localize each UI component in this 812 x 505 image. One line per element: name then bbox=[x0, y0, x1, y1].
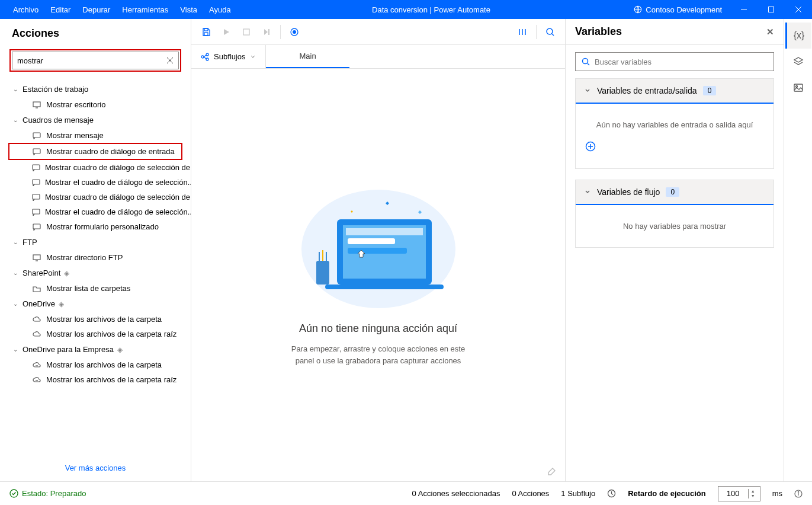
save-button[interactable] bbox=[196, 22, 216, 42]
tab-main[interactable]: Main bbox=[266, 45, 349, 68]
svg-rect-15 bbox=[33, 224, 40, 229]
action-item[interactable]: Mostrar el cuadro de diálogo de selecció… bbox=[0, 175, 191, 190]
action-item[interactable]: Mostrar los archivos de la carpeta bbox=[0, 357, 191, 372]
svg-rect-16 bbox=[33, 255, 40, 260]
action-item[interactable]: Mostrar directorio FTP bbox=[0, 250, 191, 265]
rail-images[interactable] bbox=[785, 75, 811, 101]
action-item[interactable]: Mostrar formulario personalizado bbox=[0, 219, 191, 234]
svg-rect-42 bbox=[325, 285, 444, 289]
variable-section-header[interactable]: Variables de flujo0 bbox=[576, 180, 774, 205]
action-group[interactable]: ⌄OneDrive◈ bbox=[0, 296, 191, 312]
spinner-arrows[interactable]: ▲▼ bbox=[748, 489, 758, 498]
action-item[interactable]: Mostrar mensaje bbox=[0, 128, 191, 143]
add-variable-button[interactable] bbox=[585, 141, 764, 152]
chevron-down-icon bbox=[584, 87, 591, 94]
see-more-link[interactable]: Ver más acciones bbox=[65, 464, 126, 472]
data-button[interactable] bbox=[512, 22, 532, 42]
close-button[interactable] bbox=[785, 0, 812, 19]
empty-subtitle: Para empezar, arrastre y coloque accione… bbox=[284, 343, 473, 366]
search-icon bbox=[582, 57, 590, 66]
subflows-dropdown[interactable]: Subflujos bbox=[191, 45, 266, 68]
svg-point-29 bbox=[547, 28, 553, 34]
action-group[interactable]: ⌄Estación de trabajo bbox=[0, 81, 191, 97]
variables-panel: Variables ✕ Variables de entrada/salida0… bbox=[566, 19, 784, 481]
step-button[interactable] bbox=[256, 22, 277, 42]
action-item[interactable]: Mostrar lista de carpetas bbox=[0, 281, 191, 296]
menu-herramientas[interactable]: Herramientas bbox=[116, 1, 174, 19]
flow-canvas[interactable]: Aún no tiene ninguna acción aquí Para em… bbox=[191, 69, 565, 481]
premium-icon: ◈ bbox=[59, 300, 64, 308]
subflows-label: Subflujos bbox=[214, 52, 245, 61]
action-label: Mostrar escritorio bbox=[46, 100, 105, 109]
action-item[interactable]: Mostrar los archivos de la carpeta bbox=[0, 312, 191, 327]
chevron-down-icon: ⌄ bbox=[13, 346, 19, 353]
actions-search-input[interactable] bbox=[17, 56, 166, 65]
premium-icon: ◈ bbox=[64, 269, 69, 277]
cloud-icon bbox=[32, 331, 41, 338]
action-label: Mostrar los archivos de la carpeta bbox=[46, 360, 162, 369]
menu-vista[interactable]: Vista bbox=[174, 1, 203, 19]
group-label: OneDrive bbox=[23, 299, 55, 308]
action-label: Mostrar los archivos de la carpeta raíz bbox=[46, 375, 176, 384]
actions-search-highlight bbox=[9, 49, 181, 72]
delay-spinner[interactable]: ▲▼ bbox=[718, 486, 760, 501]
variables-search-input[interactable] bbox=[595, 57, 768, 66]
msg-icon bbox=[32, 179, 40, 186]
action-item[interactable]: Mostrar el cuadro de diálogo de selecció… bbox=[0, 204, 191, 219]
action-item[interactable]: Mostrar cuadro de diálogo de selección d… bbox=[0, 160, 191, 175]
eraser-icon[interactable] bbox=[546, 465, 557, 475]
chevron-down-icon bbox=[250, 54, 256, 60]
svg-line-34 bbox=[204, 55, 206, 57]
action-item[interactable]: Mostrar los archivos de la carpeta raíz bbox=[0, 372, 191, 387]
close-variables-icon[interactable]: ✕ bbox=[766, 27, 774, 37]
actions-search[interactable] bbox=[12, 52, 179, 69]
svg-point-53 bbox=[795, 86, 797, 88]
maximize-button[interactable] bbox=[758, 0, 785, 19]
svg-rect-10 bbox=[33, 149, 40, 154]
menu-archivo[interactable]: Archivo bbox=[7, 1, 44, 19]
action-item[interactable]: Mostrar los archivos de la carpeta raíz bbox=[0, 327, 191, 341]
action-group[interactable]: ⌄OneDrive para la Empresa◈ bbox=[0, 341, 191, 357]
svg-point-32 bbox=[206, 53, 208, 56]
rail-layers[interactable] bbox=[785, 49, 811, 75]
record-button[interactable] bbox=[284, 22, 304, 42]
menu-depurar[interactable]: Depurar bbox=[76, 1, 116, 19]
svg-rect-41 bbox=[348, 248, 407, 254]
action-label: Mostrar el cuadro de diálogo de selecció… bbox=[45, 178, 191, 187]
action-label: Mostrar mensaje bbox=[46, 131, 104, 140]
menu-editar[interactable]: Editar bbox=[44, 1, 76, 19]
variable-section-header[interactable]: Variables de entrada/salida0 bbox=[576, 79, 774, 104]
action-group[interactable]: ⌄Cuadros de mensaje bbox=[0, 112, 191, 128]
delay-input[interactable] bbox=[718, 489, 748, 498]
titlebar-right: Contoso Development bbox=[625, 0, 812, 19]
minimize-button[interactable] bbox=[730, 0, 758, 19]
svg-line-35 bbox=[204, 57, 206, 59]
action-item[interactable]: Mostrar escritorio bbox=[0, 97, 191, 112]
action-item[interactable]: Mostrar cuadro de diálogo de entrada bbox=[8, 143, 182, 160]
actions-title: Acciones bbox=[0, 19, 191, 46]
svg-rect-43 bbox=[316, 261, 329, 285]
action-item[interactable]: Mostrar cuadro de diálogo de selección d… bbox=[0, 190, 191, 204]
clear-icon[interactable] bbox=[166, 57, 174, 64]
variable-section: Variables de flujo0No hay variables para… bbox=[575, 180, 774, 248]
environment-button[interactable]: Contoso Development bbox=[625, 5, 730, 14]
empty-state-illustration bbox=[296, 184, 461, 308]
svg-point-25 bbox=[293, 30, 296, 34]
svg-rect-13 bbox=[33, 194, 40, 199]
action-group[interactable]: ⌄FTP bbox=[0, 234, 191, 250]
msg-icon bbox=[32, 164, 40, 171]
chevron-down-icon: ⌄ bbox=[13, 86, 19, 92]
info-icon[interactable] bbox=[794, 490, 803, 498]
stop-button[interactable] bbox=[236, 22, 256, 42]
run-button[interactable] bbox=[216, 22, 236, 42]
menu-ayuda[interactable]: Ayuda bbox=[203, 1, 237, 19]
rail-variables[interactable]: {x} bbox=[785, 23, 811, 49]
action-label: Mostrar formulario personalizado bbox=[46, 222, 159, 231]
variables-icon: {x} bbox=[794, 30, 805, 41]
action-label: Mostrar cuadro de diálogo de selección d… bbox=[45, 193, 191, 202]
search-button[interactable] bbox=[540, 22, 560, 42]
action-group[interactable]: ⌄SharePoint◈ bbox=[0, 265, 191, 281]
variables-search[interactable] bbox=[575, 52, 774, 71]
msg-icon bbox=[32, 194, 40, 201]
svg-point-58 bbox=[798, 491, 798, 492]
